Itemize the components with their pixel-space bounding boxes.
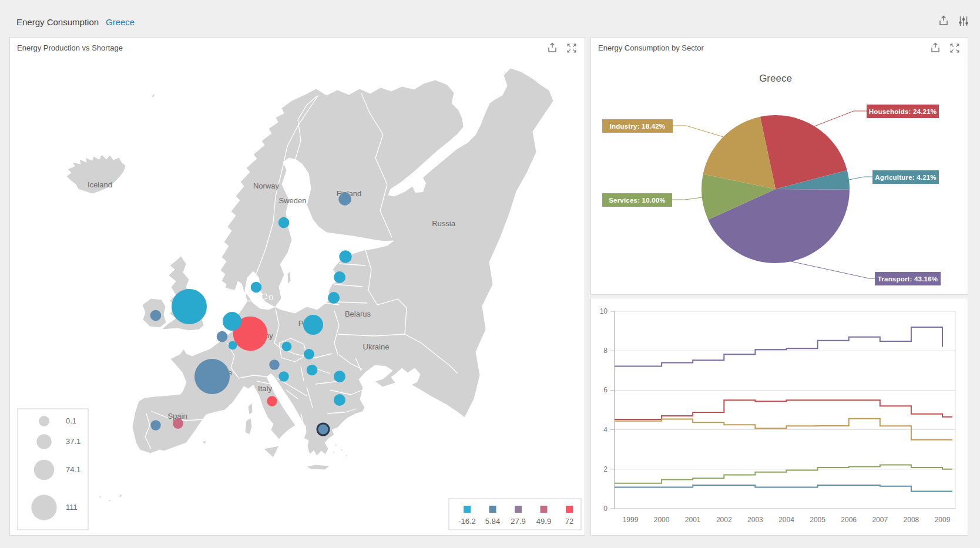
map-aegean-islands (332, 444, 347, 457)
maximize-icon[interactable] (949, 42, 961, 54)
bubble-slovenia[interactable] (278, 371, 288, 381)
country-label-iceland: Iceland (88, 180, 112, 189)
color-legend-swatch (489, 506, 496, 513)
bubble-denmark[interactable] (251, 282, 262, 293)
bubble-czech-republic[interactable] (282, 342, 292, 352)
size-legend-circle-37.1 (36, 434, 51, 449)
map-faroe (151, 93, 156, 98)
pie-callout-label-transport: Transport: 43.16% (878, 275, 938, 283)
bubble-finland[interactable] (338, 193, 351, 205)
bubble-spain[interactable] (173, 418, 183, 429)
x-axis-label-2004: 2004 (778, 516, 794, 524)
series-agriculture[interactable] (615, 485, 952, 491)
pie-callout-label-industry: Industry: 18.42% (610, 123, 666, 130)
bubble-belgium[interactable] (217, 331, 228, 342)
pie-callout-line-services (672, 197, 702, 200)
size-legend-label: 111 (66, 503, 78, 512)
series-industry[interactable] (615, 419, 952, 440)
series-services[interactable] (615, 465, 952, 483)
bubble-netherlands[interactable] (223, 312, 241, 331)
map-gotland (287, 271, 291, 284)
map-panel: Energy Production vs Shortage (9, 37, 585, 536)
size-legend-circle-0.1 (39, 416, 49, 426)
dashboard: Energy Consumption Greece Energy Product… (0, 0, 980, 548)
color-legend-swatch (515, 506, 522, 513)
color-legend-swatch (464, 506, 471, 513)
bubble-france[interactable] (194, 359, 230, 394)
bubble-estonia[interactable] (339, 250, 351, 263)
size-legend-circle-111 (31, 495, 56, 520)
x-axis-label-1999: 1999 (623, 516, 639, 524)
size-legend-label: 0.1 (66, 416, 76, 425)
maximize-icon[interactable] (566, 42, 578, 54)
x-axis-label-2003: 2003 (747, 516, 763, 524)
bubble-luxembourg[interactable] (229, 341, 237, 350)
y-axis-label: 0 (603, 505, 608, 513)
bubble-bulgaria[interactable] (334, 394, 345, 406)
line-chart: 0246810199920002001200220032004200520062… (591, 298, 968, 535)
color-legend-swatch (566, 506, 573, 513)
europe-map: IcelandNorwaySwedenFinlandRussiaBelarusP… (10, 38, 585, 535)
color-legend-swatch (541, 506, 548, 513)
bubble-greece[interactable] (317, 423, 329, 435)
bubble-poland[interactable] (303, 315, 323, 335)
pie-chart-title: Greece (759, 73, 792, 84)
series-households[interactable] (615, 400, 952, 419)
line-chart-panel: 0246810199920002001200220032004200520062… (590, 298, 968, 536)
map-balearics (202, 441, 206, 444)
x-axis-label-2000: 2000 (654, 516, 670, 524)
x-axis-label-2006: 2006 (841, 516, 857, 524)
y-axis-label: 8 (603, 347, 608, 355)
bubble-ireland[interactable] (150, 310, 162, 321)
country-label-norway: Norway (253, 181, 280, 190)
bubble-united-kingdom[interactable] (172, 289, 207, 324)
dashboard-header: Energy Consumption Greece (0, 0, 980, 32)
x-axis-label-2002: 2002 (716, 516, 732, 524)
map-sicily (264, 446, 279, 458)
x-axis-label-2008: 2008 (904, 516, 919, 524)
color-legend-label: 49.9 (536, 517, 551, 526)
size-legend-label: 37.1 (66, 437, 80, 446)
country-label-russia: Russia (432, 219, 456, 228)
bubble-slovakia[interactable] (304, 349, 314, 359)
y-axis-label: 6 (603, 386, 608, 394)
map-corsica (248, 403, 253, 415)
country-label-ukraine: Ukraine (363, 342, 390, 351)
dashboard-title: Energy Consumption (16, 17, 99, 27)
pie-callout-label-services: Services: 10.00% (609, 197, 666, 204)
filter-greece-link[interactable]: Greece (106, 17, 135, 27)
y-axis-label: 4 (603, 426, 608, 434)
bubble-italy[interactable] (267, 396, 277, 406)
pie-callout-line-households (814, 111, 867, 126)
map-crete (307, 465, 330, 470)
color-legend-label: 5.84 (485, 517, 500, 526)
color-legend-label: -16.2 (458, 517, 476, 526)
bubble-lithuania[interactable] (328, 292, 340, 304)
export-icon[interactable] (938, 15, 949, 27)
pie-callout-label-households: Households: 24.21% (869, 108, 937, 115)
export-icon[interactable] (929, 42, 941, 54)
series-transport[interactable] (615, 327, 942, 367)
bubble-sweden[interactable] (278, 217, 290, 228)
x-axis-label-2009: 2009 (935, 516, 951, 524)
pie-callout-line-industry (673, 126, 723, 137)
x-axis-label-2007: 2007 (872, 516, 888, 524)
pie-callout-label-agriculture: Agriculture: 4.21% (875, 174, 937, 181)
country-label-sweden: Sweden (279, 196, 307, 205)
map-sardinia (245, 418, 252, 435)
map-azores (98, 494, 123, 502)
pie-panel: Energy Consumption by Sector GreeceHouse… (590, 37, 968, 295)
country-label-belarus: Belarus (345, 310, 371, 318)
bubble-portugal[interactable] (150, 420, 160, 430)
color-legend-label: 72 (565, 517, 573, 526)
bubble-latvia[interactable] (334, 271, 345, 283)
x-axis-label-2005: 2005 (810, 516, 825, 524)
bubble-hungary[interactable] (307, 365, 318, 376)
parameters-icon[interactable] (958, 15, 969, 27)
pie-callout-line-agriculture (849, 177, 872, 180)
bubble-switzerland[interactable] (269, 359, 279, 369)
bubble-romania[interactable] (334, 371, 345, 382)
pie-panel-title: Energy Consumption by Sector (598, 43, 704, 52)
pie-callout-line-transport (791, 261, 875, 278)
export-icon[interactable] (546, 42, 558, 54)
